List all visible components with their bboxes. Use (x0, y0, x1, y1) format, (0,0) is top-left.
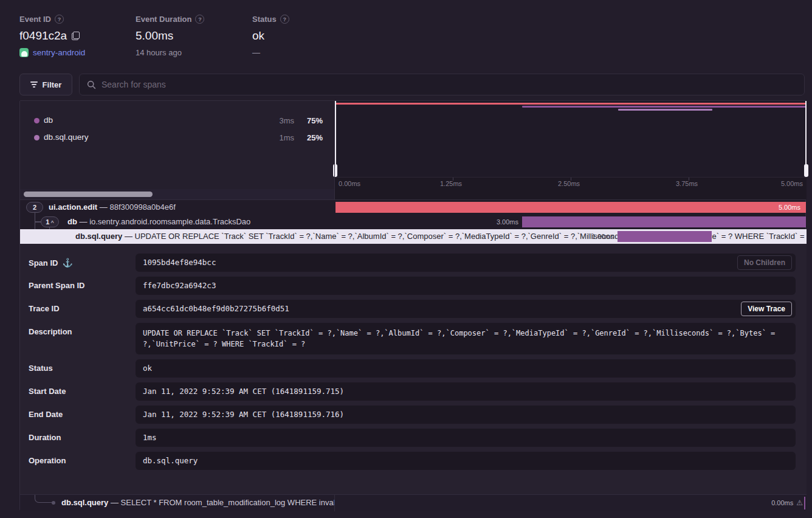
ops-breakdown-legend: db 3ms 75% db.sql.query 1ms 25% (20, 101, 334, 189)
trace-panel: db 3ms 75% db.sql.query 1ms 25% 0. (19, 100, 806, 511)
detail-row-duration: Duration 1ms (20, 429, 807, 447)
children-count-badge[interactable]: 1^ (41, 216, 59, 227)
span-desc: SELECT * FROM room_table_modification_lo… (121, 498, 334, 507)
no-children-button[interactable]: No Children (737, 255, 792, 270)
search-icon (87, 80, 96, 89)
event-duration-value: 5.00ms (136, 29, 173, 43)
duration-value: 1ms (136, 429, 796, 447)
children-count-badge[interactable]: 2 (26, 202, 43, 213)
detail-row-end-date: End Date Jan 11, 2022 9:52:39 AM CET (16… (20, 406, 807, 424)
separator: — (80, 217, 88, 226)
span-duration-label: 5.00ms (779, 204, 800, 211)
op-name: db (44, 116, 53, 125)
span-duration-bar[interactable] (335, 202, 806, 213)
event-duration-section: Event Duration ? 5.00ms 14 hours ago (136, 15, 204, 57)
span-row-db-sql-query-selected[interactable]: db.sql.query — UPDATE OR REPLACE `Track`… (20, 229, 807, 244)
trace-id-value: a654cc61dc0b48ef9d0b27275b6f0d51 View Tr… (136, 300, 796, 318)
event-age-text: 14 hours ago (136, 48, 182, 57)
status-value: ok (252, 29, 264, 43)
anchor-icon[interactable]: ⚓ (62, 258, 72, 268)
span-search-bar[interactable] (79, 74, 805, 95)
detail-label: Status (29, 364, 53, 373)
span-id-value: 1095bd4ef8e94bcc No Children (136, 254, 796, 272)
tree-scrollbar-track[interactable] (20, 189, 334, 199)
detail-row-status: Status ok (20, 359, 807, 378)
op-name: db.sql.query (44, 133, 89, 142)
op-duration: 1ms (258, 133, 294, 142)
status-subtext: — (252, 48, 260, 57)
trace-minimap[interactable] (335, 101, 807, 177)
span-duration-bar[interactable] (522, 216, 806, 227)
span-desc: io.sentry.android.roomsample.data.Tracks… (89, 217, 250, 226)
span-details-panel: Span ID ⚓ 1095bd4ef8e94bcc No Children P… (20, 244, 807, 494)
zero-duration-span-marker[interactable] (804, 497, 805, 509)
detail-row-operation: Operation db.sql.query (20, 452, 807, 470)
minimap-span-line (618, 109, 712, 111)
detail-row-trace-id: Trace ID a654cc61dc0b48ef9d0b27275b6f0d5… (20, 300, 807, 318)
detail-row-description: Description UPDATE OR REPLACE `Track` SE… (20, 323, 807, 354)
span-row-ui-action-edit[interactable]: 2 ui.action.edit — 88f300998a0b4e6f 5.00… (20, 200, 807, 215)
span-op: db.sql.query (75, 232, 122, 241)
tree-scrollbar-thumb[interactable] (24, 192, 153, 197)
help-icon[interactable]: ? (280, 15, 289, 24)
operation-value: db.sql.query (136, 452, 796, 470)
status-label: Status (252, 15, 277, 24)
axis-label: 5.00ms (781, 180, 803, 187)
legend-row-db-sql-query[interactable]: db.sql.query 1ms 25% (20, 131, 334, 144)
axis-label: 0.00ms (339, 180, 360, 187)
axis-label: 3.75ms (676, 180, 698, 187)
filter-button[interactable]: Filter (19, 74, 72, 95)
span-duration-bar[interactable] (618, 231, 712, 242)
separator: — (125, 232, 132, 241)
span-duration-label: 0.00ms (771, 499, 793, 506)
detail-label: Trace ID (29, 304, 60, 313)
span-duration-label: 1.00ms (592, 233, 614, 240)
chevron-up-icon: ^ (50, 219, 53, 226)
viewport-right-handle[interactable] (804, 164, 808, 177)
detail-label: Start Date (29, 387, 66, 396)
detail-label: Operation (29, 456, 66, 465)
start-date-value: Jan 11, 2022 9:52:39 AM CET (1641891159.… (136, 382, 796, 401)
warning-icon: ⚠ (796, 499, 803, 507)
filter-icon (30, 81, 38, 88)
description-value: UPDATE OR REPLACE `Track` SET `TrackId` … (136, 323, 796, 354)
search-input[interactable] (102, 80, 797, 89)
op-percent: 75% (298, 116, 323, 125)
help-icon[interactable]: ? (195, 15, 204, 24)
detail-label: Description (29, 327, 72, 336)
event-id-section: Event ID ? f0491c2a sentry-android (19, 15, 85, 57)
span-row-db[interactable]: 1^ db — io.sentry.android.roomsample.dat… (20, 215, 807, 229)
time-axis: 0.00ms 1.25ms 2.50ms 3.75ms 5.00ms (335, 177, 807, 189)
op-percent: 25% (298, 133, 323, 142)
panel-divider (334, 101, 335, 199)
separator: — (100, 202, 108, 212)
span-op: db (67, 217, 77, 226)
span-op: db.sql.query (61, 498, 108, 507)
panel-divider (334, 495, 335, 511)
span-desc: 88f300998a0b4e6f (109, 202, 175, 212)
tree-connector-elbow (35, 495, 53, 503)
minimap-span-line (335, 103, 807, 105)
separator: — (111, 498, 119, 507)
op-duration: 3ms (258, 116, 294, 125)
detail-label: End Date (29, 410, 63, 419)
status-section: Status ? ok — (252, 15, 289, 57)
detail-row-start-date: Start Date Jan 11, 2022 9:52:39 AM CET (… (20, 382, 807, 401)
help-icon[interactable]: ? (55, 15, 64, 24)
detail-row-parent-span-id: Parent Span ID ffe7dbc92a6942c3 (20, 277, 807, 295)
minimap-span-line (522, 106, 807, 108)
event-id-value: f0491c2a (19, 29, 67, 43)
end-date-value: Jan 11, 2022 9:52:39 AM CET (1641891159.… (136, 406, 796, 424)
event-duration-label: Event Duration (136, 15, 191, 24)
project-link[interactable]: sentry-android (33, 48, 85, 57)
legend-row-db[interactable]: db 3ms 75% (20, 114, 334, 127)
android-project-icon (19, 48, 29, 57)
span-duration-label: 3.00ms (497, 218, 518, 226)
span-row-db-sql-query-select[interactable]: db.sql.query — SELECT * FROM room_table_… (20, 494, 807, 511)
view-trace-button[interactable]: View Trace (741, 302, 792, 316)
op-color-dot (34, 135, 40, 140)
detail-label: Span ID (29, 258, 58, 268)
detail-row-span-id: Span ID ⚓ 1095bd4ef8e94bcc No Children (20, 254, 807, 272)
copy-icon[interactable] (72, 32, 80, 40)
detail-label: Parent Span ID (29, 281, 84, 290)
